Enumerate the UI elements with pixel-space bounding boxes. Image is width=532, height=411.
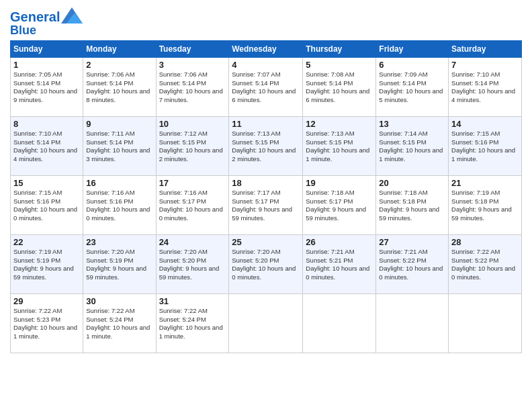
calendar-week-1: 8Sunrise: 7:10 AMSunset: 5:14 PMDaylight… — [11, 116, 522, 175]
calendar-cell: 19Sunrise: 7:18 AMSunset: 5:17 PMDayligh… — [303, 175, 376, 234]
day-detail: Sunrise: 7:18 AMSunset: 5:17 PMDaylight:… — [306, 189, 366, 222]
calendar-cell — [449, 293, 522, 353]
weekday-header-tuesday: Tuesday — [156, 40, 229, 57]
calendar-table: SundayMondayTuesdayWednesdayThursdayFrid… — [10, 40, 522, 353]
day-number: 21 — [451, 178, 519, 188]
day-detail: Sunrise: 7:10 AMSunset: 5:14 PMDaylight:… — [13, 130, 77, 163]
calendar-cell: 13Sunrise: 7:14 AMSunset: 5:15 PMDayligh… — [376, 116, 449, 175]
logo: General Blue — [10, 9, 83, 38]
calendar-cell: 28Sunrise: 7:22 AMSunset: 5:22 PMDayligh… — [449, 234, 522, 293]
day-detail: Sunrise: 7:20 AMSunset: 5:20 PMDaylight:… — [232, 248, 296, 281]
calendar-week-4: 29Sunrise: 7:22 AMSunset: 5:23 PMDayligh… — [11, 293, 522, 353]
calendar-cell: 20Sunrise: 7:18 AMSunset: 5:18 PMDayligh… — [376, 175, 449, 234]
day-number: 20 — [379, 178, 445, 188]
logo-text: General — [10, 9, 60, 24]
day-detail: Sunrise: 7:06 AMSunset: 5:14 PMDaylight:… — [86, 71, 150, 103]
calendar-body: 1Sunrise: 7:05 AMSunset: 5:14 PMDaylight… — [11, 57, 522, 353]
calendar-cell: 3Sunrise: 7:06 AMSunset: 5:14 PMDaylight… — [156, 57, 229, 116]
day-number: 7 — [451, 60, 519, 70]
weekday-header-sunday: Sunday — [11, 40, 83, 57]
calendar-cell: 25Sunrise: 7:20 AMSunset: 5:20 PMDayligh… — [229, 234, 303, 293]
day-detail: Sunrise: 7:09 AMSunset: 5:14 PMDaylight:… — [379, 71, 443, 103]
day-detail: Sunrise: 7:22 AMSunset: 5:23 PMDaylight:… — [13, 307, 77, 340]
day-number: 30 — [86, 296, 152, 306]
calendar-cell: 30Sunrise: 7:22 AMSunset: 5:24 PMDayligh… — [83, 293, 156, 353]
day-detail: Sunrise: 7:12 AMSunset: 5:15 PMDaylight:… — [159, 130, 223, 163]
day-detail: Sunrise: 7:06 AMSunset: 5:14 PMDaylight:… — [159, 71, 223, 103]
day-number: 3 — [159, 60, 226, 70]
day-detail: Sunrise: 7:10 AMSunset: 5:14 PMDaylight:… — [451, 71, 515, 103]
day-detail: Sunrise: 7:14 AMSunset: 5:15 PMDaylight:… — [379, 130, 443, 163]
day-number: 9 — [86, 119, 152, 129]
calendar-cell: 6Sunrise: 7:09 AMSunset: 5:14 PMDaylight… — [376, 57, 449, 116]
calendar-cell — [303, 293, 376, 353]
calendar-cell: 10Sunrise: 7:12 AMSunset: 5:15 PMDayligh… — [156, 116, 229, 175]
day-detail: Sunrise: 7:08 AMSunset: 5:14 PMDaylight:… — [306, 71, 369, 103]
day-detail: Sunrise: 7:15 AMSunset: 5:16 PMDaylight:… — [451, 130, 515, 163]
day-detail: Sunrise: 7:21 AMSunset: 5:22 PMDaylight:… — [379, 248, 443, 281]
calendar-week-2: 15Sunrise: 7:15 AMSunset: 5:16 PMDayligh… — [11, 175, 522, 234]
day-number: 24 — [159, 237, 226, 247]
weekday-header-saturday: Saturday — [449, 40, 522, 57]
day-number: 11 — [232, 119, 300, 129]
day-number: 13 — [379, 119, 445, 129]
day-detail: Sunrise: 7:22 AMSunset: 5:24 PMDaylight:… — [86, 307, 150, 340]
calendar-cell: 5Sunrise: 7:08 AMSunset: 5:14 PMDaylight… — [303, 57, 376, 116]
weekday-header-friday: Friday — [376, 40, 449, 57]
page-container: General Blue SundayMondayTuesdayWednesda… — [0, 0, 532, 360]
day-detail: Sunrise: 7:22 AMSunset: 5:24 PMDaylight:… — [159, 307, 223, 340]
day-detail: Sunrise: 7:05 AMSunset: 5:14 PMDaylight:… — [13, 71, 77, 103]
day-detail: Sunrise: 7:19 AMSunset: 5:18 PMDaylight:… — [451, 189, 512, 222]
day-number: 17 — [159, 178, 226, 188]
day-number: 6 — [379, 60, 445, 70]
day-number: 15 — [13, 178, 80, 188]
calendar-cell: 21Sunrise: 7:19 AMSunset: 5:18 PMDayligh… — [449, 175, 522, 234]
calendar-cell: 17Sunrise: 7:16 AMSunset: 5:17 PMDayligh… — [156, 175, 229, 234]
calendar-cell: 18Sunrise: 7:17 AMSunset: 5:17 PMDayligh… — [229, 175, 303, 234]
header: General Blue — [10, 7, 522, 38]
calendar-cell: 31Sunrise: 7:22 AMSunset: 5:24 PMDayligh… — [156, 293, 229, 353]
day-number: 16 — [86, 178, 152, 188]
calendar-cell: 29Sunrise: 7:22 AMSunset: 5:23 PMDayligh… — [11, 293, 83, 353]
day-number: 4 — [232, 60, 300, 70]
calendar-cell: 16Sunrise: 7:16 AMSunset: 5:16 PMDayligh… — [83, 175, 156, 234]
day-detail: Sunrise: 7:21 AMSunset: 5:21 PMDaylight:… — [306, 248, 369, 281]
calendar-cell — [376, 293, 449, 353]
day-number: 27 — [379, 237, 445, 247]
calendar-cell: 15Sunrise: 7:15 AMSunset: 5:16 PMDayligh… — [11, 175, 83, 234]
calendar-cell: 22Sunrise: 7:19 AMSunset: 5:19 PMDayligh… — [11, 234, 83, 293]
weekday-header-row: SundayMondayTuesdayWednesdayThursdayFrid… — [11, 40, 522, 57]
calendar-cell: 4Sunrise: 7:07 AMSunset: 5:14 PMDaylight… — [229, 57, 303, 116]
calendar-cell: 11Sunrise: 7:13 AMSunset: 5:15 PMDayligh… — [229, 116, 303, 175]
day-number: 26 — [306, 237, 373, 247]
day-detail: Sunrise: 7:22 AMSunset: 5:22 PMDaylight:… — [451, 248, 515, 281]
day-number: 23 — [86, 237, 152, 247]
day-number: 10 — [159, 119, 226, 129]
day-detail: Sunrise: 7:17 AMSunset: 5:17 PMDaylight:… — [232, 189, 292, 222]
day-detail: Sunrise: 7:07 AMSunset: 5:14 PMDaylight:… — [232, 71, 296, 103]
day-detail: Sunrise: 7:16 AMSunset: 5:16 PMDaylight:… — [86, 189, 150, 222]
calendar-cell: 14Sunrise: 7:15 AMSunset: 5:16 PMDayligh… — [449, 116, 522, 175]
day-detail: Sunrise: 7:19 AMSunset: 5:19 PMDaylight:… — [13, 248, 74, 281]
day-number: 8 — [13, 119, 80, 129]
calendar-cell: 12Sunrise: 7:13 AMSunset: 5:15 PMDayligh… — [303, 116, 376, 175]
calendar-cell: 7Sunrise: 7:10 AMSunset: 5:14 PMDaylight… — [449, 57, 522, 116]
calendar-cell: 26Sunrise: 7:21 AMSunset: 5:21 PMDayligh… — [303, 234, 376, 293]
day-number: 29 — [13, 296, 80, 306]
day-detail: Sunrise: 7:18 AMSunset: 5:18 PMDaylight:… — [379, 189, 439, 222]
day-detail: Sunrise: 7:15 AMSunset: 5:16 PMDaylight:… — [13, 189, 77, 222]
day-number: 12 — [306, 119, 373, 129]
day-number: 28 — [451, 237, 519, 247]
day-number: 31 — [159, 296, 226, 306]
calendar-cell: 9Sunrise: 7:11 AMSunset: 5:14 PMDaylight… — [83, 116, 156, 175]
day-detail: Sunrise: 7:11 AMSunset: 5:14 PMDaylight:… — [86, 130, 150, 163]
calendar-cell: 24Sunrise: 7:20 AMSunset: 5:20 PMDayligh… — [156, 234, 229, 293]
calendar-cell: 23Sunrise: 7:20 AMSunset: 5:19 PMDayligh… — [83, 234, 156, 293]
day-number: 2 — [86, 60, 152, 70]
logo-blue: Blue — [10, 24, 36, 37]
day-detail: Sunrise: 7:20 AMSunset: 5:20 PMDaylight:… — [159, 248, 220, 281]
weekday-header-monday: Monday — [83, 40, 156, 57]
day-number: 18 — [232, 178, 300, 188]
calendar-cell: 2Sunrise: 7:06 AMSunset: 5:14 PMDaylight… — [83, 57, 156, 116]
day-number: 25 — [232, 237, 300, 247]
